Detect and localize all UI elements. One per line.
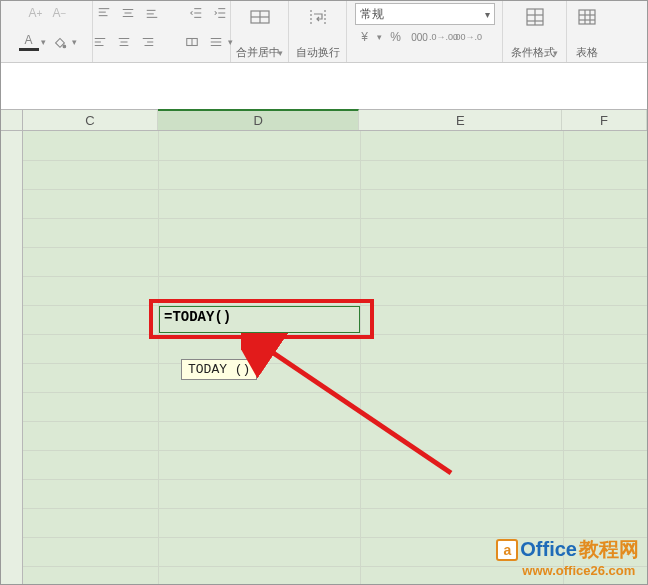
ribbon: A+ A− A▾ ▾ ▾ 合并居中▾ (1, 1, 647, 63)
number-format-value: 常规 (360, 6, 384, 23)
watermark-url: www.office26.com (522, 563, 635, 578)
merge-group: 合并居中▾ (231, 1, 289, 62)
table-format-icon[interactable] (573, 3, 601, 31)
merge-center-icon[interactable] (246, 3, 274, 31)
fill-color-icon[interactable] (50, 33, 70, 51)
number-group: 常规 ▾ ¥▾ % 000 .0→.00 .00→.0 (347, 1, 503, 62)
align-middle-icon[interactable] (118, 4, 138, 22)
cell-grid[interactable] (23, 131, 647, 585)
align-bottom-icon[interactable] (142, 4, 162, 22)
watermark-brand-1: Office (520, 538, 577, 561)
wrap-label[interactable]: 自动换行 (296, 45, 340, 62)
dropdown-icon[interactable]: ▾ (41, 37, 46, 47)
styles-group: 条件格式▾ (503, 1, 567, 62)
svg-rect-37 (579, 10, 595, 24)
col-header-f[interactable]: F (562, 110, 647, 130)
comma-icon[interactable]: 000 (410, 28, 430, 46)
select-all-corner[interactable] (1, 110, 23, 130)
align-center-icon[interactable] (114, 33, 134, 51)
conditional-format-icon[interactable] (521, 3, 549, 31)
indent-increase-icon[interactable] (210, 4, 230, 22)
table-group: 表格 (567, 1, 607, 62)
col-header-e[interactable]: E (359, 110, 562, 130)
align-right-icon[interactable] (138, 33, 158, 51)
font-grow-icon[interactable]: A+ (26, 4, 46, 22)
number-format-combo[interactable]: 常规 ▾ (355, 3, 495, 25)
dropdown-icon[interactable]: ▾ (485, 9, 490, 20)
active-cell[interactable]: =TODAY() (159, 306, 360, 333)
cond-format-label[interactable]: 条件格式 (511, 46, 555, 58)
column-headers: C D E F (1, 109, 647, 131)
currency-icon[interactable]: ¥ (355, 28, 375, 46)
watermark-brand-2: 教程网 (579, 536, 639, 563)
align-left-icon[interactable] (90, 33, 110, 51)
indent-decrease-icon[interactable] (186, 4, 206, 22)
increase-decimal-icon[interactable]: .0→.00 (434, 28, 454, 46)
watermark-logo-icon: a (496, 539, 518, 561)
tooltip-text: TODAY () (188, 362, 250, 377)
function-tooltip: TODAY () (181, 359, 257, 380)
cell-formula-text: =TODAY() (164, 309, 231, 325)
col-header-c[interactable]: C (23, 110, 158, 130)
align-top-icon[interactable] (94, 4, 114, 22)
percent-icon[interactable]: % (386, 28, 406, 46)
dropdown-icon[interactable]: ▾ (72, 37, 77, 47)
merge-label[interactable]: 合并居中 (236, 46, 280, 58)
font-shrink-icon[interactable]: A− (50, 4, 70, 22)
merge-across-icon[interactable] (182, 33, 202, 51)
wrap-text-icon[interactable] (304, 3, 332, 31)
watermark: a Office教程网 www.office26.com (496, 536, 639, 578)
row-headers[interactable] (1, 131, 23, 585)
font-color-icon[interactable]: A (19, 33, 39, 51)
spreadsheet: C D E F =TODAY() TODAY () (1, 63, 647, 585)
decrease-decimal-icon[interactable]: .00→.0 (458, 28, 478, 46)
font-group: A+ A− A▾ ▾ (3, 1, 93, 62)
svg-point-0 (63, 45, 66, 48)
align-group: ▾ (93, 1, 231, 62)
wrap-group: 自动换行 (289, 1, 347, 62)
orientation-icon[interactable] (206, 33, 226, 51)
table-format-label[interactable]: 表格 (576, 45, 598, 62)
col-header-d[interactable]: D (158, 109, 360, 130)
